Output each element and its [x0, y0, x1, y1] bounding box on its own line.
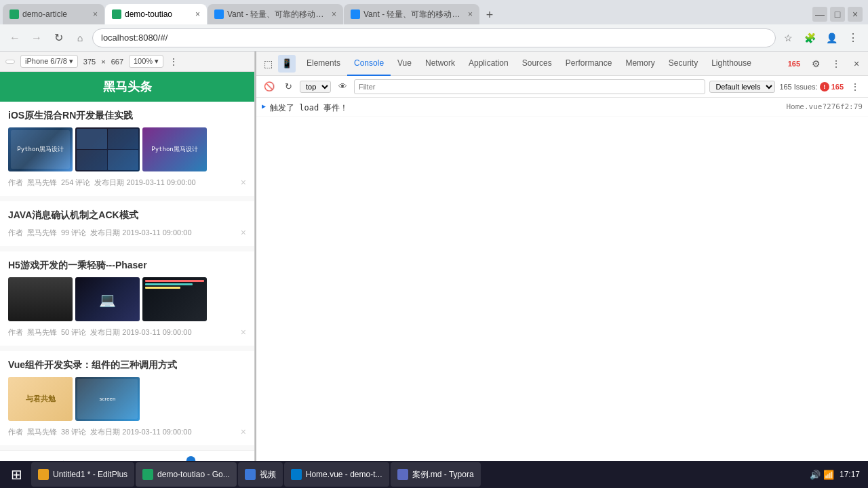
article-images-1: Python黑马设计 — [8, 127, 246, 171]
extension-button[interactable]: 🧩 — [800, 28, 819, 47]
list-item[interactable]: H5游戏开发的一乘轻骑---Phaser 💻 — [0, 251, 254, 346]
article-title-4: Vue组件开发实录：组件的三种调用方式 — [8, 359, 246, 371]
devtools-close-button[interactable]: × — [848, 55, 865, 73]
comments-1: 254 评论 — [61, 178, 90, 188]
close-icon-4[interactable]: × — [241, 426, 246, 437]
execution-context-select[interactable]: top — [300, 81, 331, 93]
tab-lighthouse[interactable]: Lighthouse — [705, 52, 758, 76]
date-1: 发布日期 2019-03-11 09:00:00 — [94, 178, 195, 188]
maximize-button[interactable]: □ — [830, 7, 845, 22]
settings-button[interactable]: ⋮ — [844, 28, 863, 47]
tab-console[interactable]: Console — [347, 52, 391, 76]
list-item[interactable]: JAVA消息确认机制之ACK模式 作者 黑马先锋 99 评论 发布日期 2019… — [0, 201, 254, 246]
system-icons: 🔊 📶 — [810, 470, 834, 480]
console-arrow-expand[interactable]: ▶ — [262, 102, 266, 110]
app-title: 黑马头条 — [103, 80, 152, 94]
back-button[interactable]: ← — [5, 28, 24, 47]
article-img — [142, 277, 207, 321]
tab3-close-icon[interactable]: × — [332, 9, 336, 19]
eye-button[interactable]: 👁 — [335, 79, 350, 94]
forward-button[interactable]: → — [27, 28, 46, 47]
zoom-value[interactable]: 100% ▾ — [129, 55, 163, 68]
nav-bar: ← → ↻ ⌂ localhost:8080/#/ ☆ 🧩 👤 ⋮ — [0, 24, 868, 52]
tab4-favicon — [351, 9, 360, 19]
article-meta-3: 作者 黑马先锋 50 评论 发布日期 2019-03-11 09:00:00 × — [8, 327, 246, 338]
tab-elements[interactable]: Elements — [300, 52, 347, 76]
address-text: localhost:8080/#/ — [101, 33, 167, 43]
tab1-favicon — [9, 9, 19, 19]
console-refresh-button[interactable]: ↻ — [281, 79, 296, 94]
browser-tab-1[interactable]: demo-article × — [3, 4, 104, 24]
taskbar-item-video[interactable]: 视频 — [238, 462, 283, 487]
article-meta-2: 作者 黑马先锋 99 评论 发布日期 2019-03-11 09:00:00 × — [8, 227, 246, 238]
device-label[interactable]: iPhone 6/7/8 ▾ — [20, 55, 78, 68]
home-nav-button[interactable]: ⌂ — [71, 28, 90, 47]
device-toggle-button[interactable]: 📱 — [278, 55, 296, 73]
browser-tab-4[interactable]: Vant - 轻量、可靠的移动端框架 × — [344, 4, 479, 24]
taskbar-item-vscode[interactable]: Home.vue - demo-t... — [284, 462, 389, 487]
address-bar[interactable]: localhost:8080/#/ — [92, 28, 776, 47]
console-text-1: 触发了 load 事件！ — [270, 102, 348, 114]
device-selector[interactable] — [5, 60, 15, 64]
tab1-close-icon[interactable]: × — [93, 9, 98, 19]
article-list[interactable]: iOS原生混合RN开发最佳实践 Python黑马设计 — [0, 102, 254, 450]
close-icon-3[interactable]: × — [241, 327, 246, 338]
tab-network[interactable]: Network — [418, 52, 462, 76]
devtools-panel: ⬚ 📱 Elements Console Vue Network — [255, 52, 868, 488]
close-icon-2[interactable]: × — [241, 227, 246, 238]
taskbar-item-chrome[interactable]: demo-toutiao - Go... — [136, 462, 237, 487]
filter-options-button[interactable]: ⋮ — [848, 79, 863, 94]
devtools-more-button[interactable]: ⋮ — [827, 55, 845, 73]
taskbar-item-label-5: 案例.md - Typora — [412, 469, 474, 481]
console-content[interactable]: ▶ 触发了 load 事件！ Home.vue?276f2:79 — [256, 98, 868, 488]
tab-performance[interactable]: Performance — [559, 52, 619, 76]
start-button[interactable]: ⊞ — [3, 462, 30, 487]
console-link-1[interactable]: Home.vue?276f2:79 — [786, 102, 863, 111]
article-meta-4: 作者 黑马先锋 38 评论 发布日期 2019-03-11 09:00:00 × — [8, 426, 246, 437]
tab-sources[interactable]: Sources — [515, 52, 559, 76]
tabs-bar: demo-article × demo-toutiao × Vant - 轻量、… — [0, 0, 868, 24]
taskbar-item-editplus[interactable]: Untitled1 * - EditPlus — [31, 462, 134, 487]
comments-2: 99 评论 — [61, 228, 86, 238]
more-options-icon[interactable]: ⋮ — [169, 56, 178, 67]
browser-tab-2[interactable]: demo-toutiao × — [105, 4, 207, 24]
log-level-select[interactable]: Default levels — [709, 81, 775, 93]
author-label: 作者 — [8, 327, 23, 338]
article-img: 💻 — [75, 277, 140, 321]
mobile-preview: iPhone 6/7/8 ▾ 375 × 667 100% ▾ ⋮ 黑马头条 i… — [0, 52, 255, 488]
filter-input[interactable] — [354, 79, 705, 94]
reload-button[interactable]: ↻ — [49, 28, 68, 47]
close-button[interactable]: × — [848, 7, 863, 22]
tab-memory[interactable]: Memory — [618, 52, 661, 76]
tab4-close-icon[interactable]: × — [468, 9, 473, 19]
tab-security[interactable]: Security — [662, 52, 705, 76]
bookmark-button[interactable]: ☆ — [778, 28, 797, 47]
console-clear-button[interactable]: 🚫 — [262, 79, 277, 94]
article-title-1: iOS原生混合RN开发最佳实践 — [8, 110, 246, 122]
list-item[interactable]: iOS原生混合RN开发最佳实践 Python黑马设计 — [0, 102, 254, 196]
inspect-element-button[interactable]: ⬚ — [259, 55, 277, 73]
taskbar: ⊞ Untitled1 * - EditPlus demo-toutiao - … — [0, 461, 868, 488]
list-item[interactable]: Vue组件开发实录：组件的三种调用方式 与君共勉 screen — [0, 351, 254, 445]
taskbar-item-typora[interactable]: 案例.md - Typora — [391, 462, 481, 487]
taskbar-right: 🔊 📶 17:17 — [810, 470, 865, 480]
author-name-1: 黑马先锋 — [27, 178, 57, 188]
minimize-button[interactable]: — — [812, 7, 827, 22]
devtools-right-icons: 165 ⚙ ⋮ × — [784, 55, 865, 73]
error-icon: ! — [820, 82, 829, 92]
close-icon-1[interactable]: × — [241, 177, 246, 188]
devtools-topbar: ⬚ 📱 Elements Console Vue Network — [256, 52, 868, 76]
app-header: 黑马头条 — [0, 72, 254, 102]
tab2-close-icon[interactable]: × — [195, 9, 200, 19]
tab-vue[interactable]: Vue — [391, 52, 418, 76]
new-tab-button[interactable]: + — [480, 5, 499, 24]
taskbar-item-label-2: demo-toutiao - Go... — [157, 470, 230, 479]
height-value: 667 — [111, 58, 123, 66]
tab-application[interactable]: Application — [462, 52, 515, 76]
browser-tab-3[interactable]: Vant - 轻量、可靠的移动端框架 × — [208, 4, 343, 24]
tab3-title: Vant - 轻量、可靠的移动端框架 — [227, 9, 328, 20]
profile-button[interactable]: 👤 — [822, 28, 841, 47]
article-img: screen — [75, 377, 140, 421]
comments-4: 38 评论 — [61, 427, 86, 437]
devtools-settings-button[interactable]: ⚙ — [807, 55, 825, 73]
